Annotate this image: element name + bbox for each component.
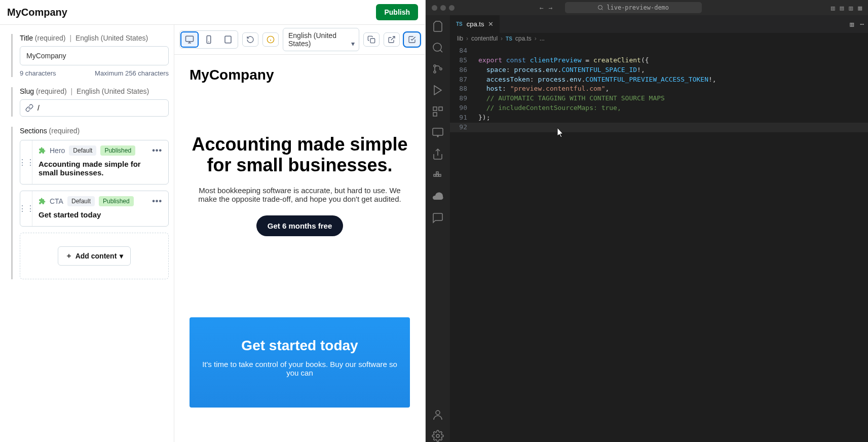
code-line[interactable]: 91}); — [450, 113, 868, 123]
panel-bottom-icon[interactable]: ▤ — [840, 4, 844, 12]
line-number: 89 — [450, 94, 478, 103]
command-center[interactable]: live-preview-demo — [565, 2, 702, 13]
preview-hero: Accounting made simple for small busines… — [190, 134, 410, 236]
entry-menu-button[interactable]: ••• — [152, 146, 162, 155]
split-editor-icon[interactable]: ▥ — [850, 20, 854, 28]
cta-heading: Get started today — [202, 338, 398, 354]
svg-rect-28 — [436, 172, 438, 174]
breadcrumb-item[interactable]: cpa.ts — [515, 35, 532, 42]
source-control-icon[interactable] — [432, 63, 444, 75]
breadcrumb-item[interactable]: contentful — [471, 35, 498, 42]
vscode-titlebar: ← → live-preview-demo ▥ ▤ ▥ ▦ — [426, 0, 868, 15]
arrow-left-icon[interactable]: ← — [540, 4, 544, 12]
info-button[interactable] — [262, 32, 279, 47]
title-field: Title (required) | English (United State… — [11, 34, 169, 77]
svg-line-14 — [440, 50, 442, 52]
svg-point-16 — [434, 71, 436, 73]
tablet-button[interactable] — [220, 32, 236, 47]
extensions-icon[interactable] — [432, 105, 444, 118]
window-controls[interactable] — [432, 5, 455, 11]
explorer-icon[interactable] — [432, 20, 444, 32]
code-line[interactable]: 92 — [450, 123, 868, 132]
separator: | — [71, 87, 73, 95]
svg-rect-0 — [186, 36, 194, 42]
add-content-button[interactable]: ＋ Add content ▾ — [58, 246, 131, 266]
link-icon — [25, 104, 33, 112]
form-column: Title (required) | English (United State… — [0, 25, 174, 442]
hero-heading: Accounting made simple for small busines… — [190, 134, 410, 176]
cms-header: MyCompany Publish — [0, 0, 425, 25]
close-dot[interactable] — [432, 5, 437, 11]
entry-title: Accounting made simple for small busines… — [39, 160, 162, 177]
code-line[interactable]: 84 — [450, 46, 868, 56]
code-line[interactable]: 90 // includeContentSourceMaps: true, — [450, 103, 868, 113]
panel-left-icon[interactable]: ▥ — [831, 4, 835, 12]
gear-icon[interactable] — [432, 430, 444, 442]
plus-icon: ＋ — [65, 251, 72, 261]
hero-cta-button[interactable]: Get 6 months free — [256, 215, 344, 236]
tab-label: cpa.ts — [467, 20, 484, 28]
line-number: 88 — [450, 84, 478, 94]
locale-select[interactable]: English (United States) — [283, 28, 359, 51]
entry-menu-button[interactable]: ••• — [152, 197, 162, 206]
entry-card[interactable]: ⋮⋮ Hero Default Published ••• Accounting… — [20, 140, 169, 185]
docker-icon[interactable] — [432, 169, 444, 181]
breadcrumb-item[interactable]: lib — [457, 35, 463, 42]
required-marker: (required) — [35, 34, 66, 42]
arrow-right-icon[interactable]: → — [549, 4, 553, 12]
cms-pane: MyCompany Publish Title (required) | Eng… — [0, 0, 426, 442]
svg-rect-26 — [436, 174, 438, 176]
live-preview-button[interactable] — [404, 32, 420, 47]
code-line[interactable]: 86 space: process.env.CONTENTFUL_SPACE_I… — [450, 65, 868, 75]
content-type: Hero — [50, 146, 65, 155]
svg-line-10 — [391, 36, 395, 40]
copy-button[interactable] — [363, 32, 380, 47]
code-editor[interactable]: 8485export const clientPreview = createC… — [450, 44, 868, 134]
desktop-icon — [185, 35, 194, 44]
breadcrumb-item[interactable]: ... — [540, 35, 545, 42]
editor-tabs: TS cpa.ts ✕ ▥ ⋯ — [450, 15, 868, 33]
content-type: CTA — [50, 197, 63, 205]
desktop-button[interactable] — [181, 32, 198, 47]
code-line[interactable]: 89 // AUTOMATIC TAGGING WITH CONTENT SOU… — [450, 94, 868, 103]
line-number: 92 — [450, 123, 478, 132]
preview-brand: MyCompany — [190, 67, 410, 83]
svg-rect-20 — [439, 107, 442, 110]
code-line[interactable]: 88 host: "preview.contentful.com", — [450, 84, 868, 94]
title-input[interactable] — [20, 46, 169, 65]
account-icon[interactable] — [432, 409, 444, 421]
preview-frame[interactable]: MyCompany Accounting made simple for sma… — [174, 55, 425, 442]
mobile-button[interactable] — [201, 32, 217, 47]
close-icon[interactable]: ✕ — [488, 20, 494, 28]
ts-icon: TS — [506, 36, 512, 42]
search-icon[interactable] — [432, 42, 444, 54]
external-button[interactable] — [384, 32, 400, 47]
layout-icon[interactable]: ▦ — [858, 4, 862, 12]
editor-tab[interactable]: TS cpa.ts ✕ — [450, 15, 500, 33]
more-icon[interactable]: ⋯ — [860, 20, 864, 28]
entry-card[interactable]: ⋮⋮ CTA Default Published ••• Get started… — [20, 191, 169, 227]
share-icon[interactable] — [432, 148, 444, 160]
slug-input[interactable] — [37, 104, 163, 112]
max-dot[interactable] — [449, 5, 455, 11]
add-content-zone[interactable]: ＋ Add content ▾ — [20, 233, 169, 279]
panel-right-icon[interactable]: ▥ — [849, 4, 853, 12]
line-number: 91 — [450, 113, 478, 123]
char-max: Maximum 256 characters — [95, 69, 169, 77]
page-title: MyCompany — [7, 7, 67, 18]
cloud-icon[interactable] — [432, 191, 444, 203]
drag-handle-icon[interactable]: ⋮⋮ — [20, 140, 32, 184]
min-dot[interactable] — [440, 5, 446, 11]
slug-input-wrapper[interactable] — [20, 99, 169, 117]
breadcrumbs[interactable]: lib› contentful› TS cpa.ts› ... — [450, 33, 868, 44]
code-line[interactable]: 87 accessToken: process.env.CONTENTFUL_P… — [450, 75, 868, 85]
chat-icon[interactable] — [432, 212, 444, 224]
drag-handle-icon[interactable]: ⋮⋮ — [20, 191, 32, 226]
undo-button[interactable] — [242, 32, 258, 47]
debug-icon[interactable] — [432, 84, 444, 96]
char-count: 9 characters — [20, 69, 56, 77]
remote-icon[interactable] — [432, 127, 444, 139]
slug-label-text: Slug — [20, 87, 34, 95]
code-line[interactable]: 85export const clientPreview = createCli… — [450, 56, 868, 65]
publish-button[interactable]: Publish — [376, 4, 418, 20]
